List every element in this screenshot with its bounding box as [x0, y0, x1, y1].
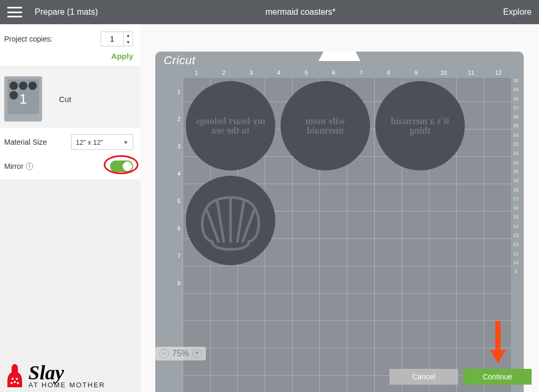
project-title: mermaid coasters*	[98, 7, 503, 17]
mat-list-item[interactable]: 1 Cut	[0, 70, 141, 128]
zoom-in-button[interactable]: +	[192, 349, 202, 358]
copies-up-icon[interactable]: ▲	[124, 32, 133, 39]
canvas-area: Cricut 123456789101112 12345678 30292827…	[141, 24, 539, 392]
material-size-value: 12" x 12"	[76, 138, 103, 146]
prepare-label: Prepare (1 mats)	[35, 7, 98, 17]
ruler-right: 3029282726252423222120191817161514131211…	[512, 78, 520, 278]
menu-icon[interactable]	[7, 7, 22, 17]
copies-input[interactable]	[101, 32, 123, 46]
zoom-out-button[interactable]: −	[159, 349, 169, 358]
cutting-mat[interactable]: Cricut 123456789101112 12345678 30292827…	[155, 52, 524, 392]
mirror-label: Mirror	[4, 162, 24, 170]
ruler-left: 12345678	[175, 78, 183, 297]
material-size-select[interactable]: 12" x 12" ▼	[71, 134, 133, 150]
info-icon[interactable]: i	[26, 163, 33, 170]
copies-down-icon[interactable]: ▼	[124, 39, 133, 46]
sidebar: Project copies: ▲ ▼ Apply 1 Cut	[0, 24, 141, 392]
mat-mode-label: Cut	[59, 95, 71, 104]
copies-stepper[interactable]: ▲ ▼	[101, 32, 133, 46]
ruler-top: 123456789101112	[183, 69, 512, 78]
coaster-design[interactable]: it's a mermaid thing	[375, 81, 465, 170]
material-size-label: Material Size	[4, 138, 47, 146]
continue-button[interactable]: Continue	[463, 369, 532, 385]
coaster-design[interactable]	[186, 176, 275, 265]
mat-grid: my heart belongs to the sea wife mom mer…	[183, 78, 512, 392]
zoom-value: 75%	[172, 349, 189, 358]
coaster-design[interactable]: my heart belongs to the sea	[186, 81, 275, 170]
apply-button[interactable]: Apply	[111, 52, 133, 61]
caret-down-icon: ▼	[123, 139, 128, 145]
top-bar: Prepare (1 mats) mermaid coasters* Explo…	[0, 0, 539, 24]
project-copies-label: Project copies:	[4, 35, 53, 43]
cancel-button[interactable]: Cancel	[390, 369, 458, 385]
mirror-toggle[interactable]	[110, 160, 133, 172]
brand-logo: Cricut	[164, 54, 195, 67]
mat-hang-tab	[318, 52, 361, 61]
shell-icon	[196, 189, 265, 252]
coaster-design[interactable]: wife mom mermaid	[281, 81, 370, 170]
mat-thumbnail: 1	[4, 76, 42, 122]
explore-link[interactable]: Explore	[503, 7, 532, 17]
divider	[0, 66, 141, 70]
zoom-control: − 75% +	[155, 347, 206, 360]
